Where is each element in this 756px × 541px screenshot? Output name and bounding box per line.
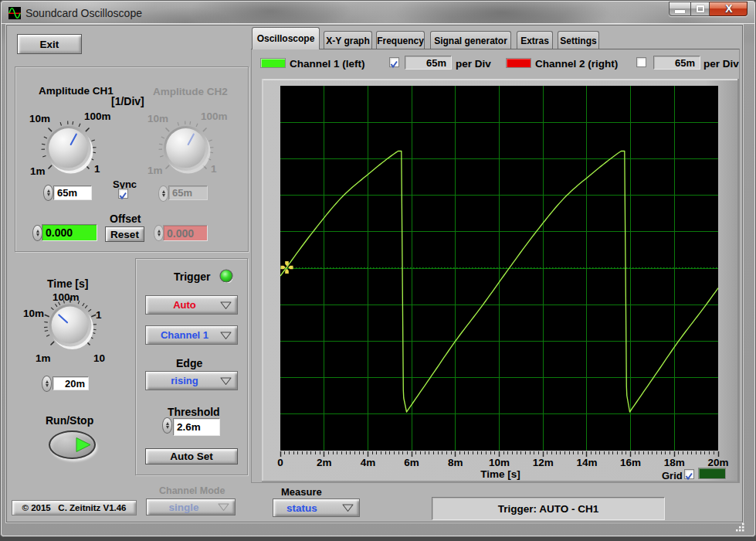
svg-text:16m: 16m [620,457,641,468]
svg-text:18m: 18m [664,457,685,468]
svg-text:Time [s]: Time [s] [480,468,520,480]
svg-text:14m: 14m [576,457,597,468]
svg-text:2m: 2m [317,457,332,468]
svg-text:12m: 12m [533,457,554,468]
svg-text:0: 0 [277,457,283,468]
svg-text:20m: 20m [707,457,728,468]
svg-text:6m: 6m [404,457,419,468]
svg-text:10m: 10m [489,457,510,468]
svg-text:4m: 4m [361,457,376,468]
svg-text:8m: 8m [448,457,463,468]
